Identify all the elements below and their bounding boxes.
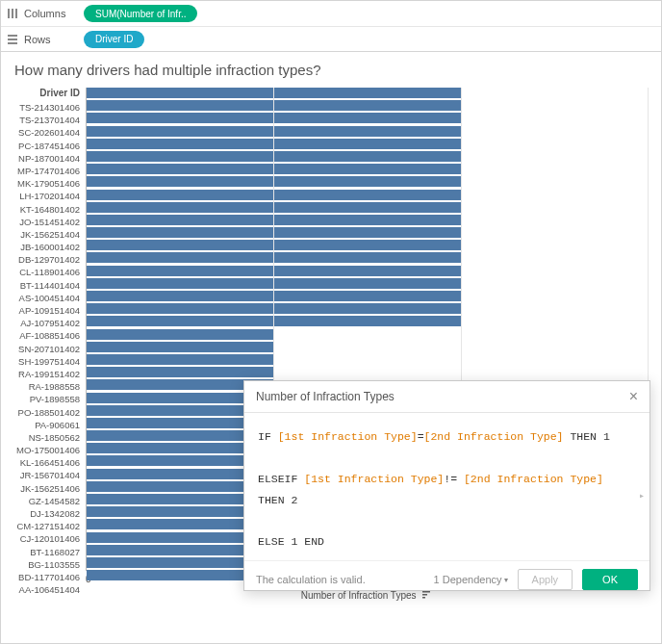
y-tick-label: PO-188501402 bbox=[14, 406, 80, 419]
y-tick-label: BT-114401404 bbox=[14, 279, 80, 292]
calculation-editor: Number of Infraction Types × IF [1st Inf… bbox=[243, 380, 650, 591]
svg-rect-5 bbox=[8, 42, 17, 44]
y-tick-label: JO-151451402 bbox=[14, 216, 80, 228]
y-tick-label: KL-166451406 bbox=[14, 456, 80, 469]
y-tick-label: DB-129701402 bbox=[14, 253, 80, 266]
y-tick-label: CL-118901406 bbox=[14, 266, 80, 278]
y-tick-label: GZ-1454582 bbox=[14, 495, 80, 507]
y-tick-label: TS-214301406 bbox=[14, 101, 80, 114]
svg-rect-2 bbox=[15, 9, 17, 18]
columns-pill[interactable]: SUM(Number of Infr.. bbox=[84, 5, 197, 22]
expand-caret-icon[interactable]: ▸ bbox=[639, 487, 645, 505]
calc-status: The calculation is valid. bbox=[256, 574, 424, 585]
bar[interactable] bbox=[87, 367, 273, 377]
columns-shelf[interactable]: Columns SUM(Number of Infr.. bbox=[1, 1, 661, 26]
close-icon[interactable]: × bbox=[629, 389, 638, 404]
calc-title[interactable]: Number of Infraction Types bbox=[256, 390, 395, 403]
y-tick-label: NP-187001404 bbox=[14, 152, 80, 165]
y-tick-label: DJ-1342082 bbox=[14, 507, 80, 520]
svg-rect-1 bbox=[12, 9, 13, 18]
y-tick-label: AS-100451404 bbox=[14, 292, 80, 304]
y-tick-label: NS-1850562 bbox=[14, 431, 80, 444]
y-tick-label: AF-108851406 bbox=[14, 329, 80, 342]
y-tick-label: BT-1168027 bbox=[14, 546, 80, 558]
y-tick-label: MP-174701406 bbox=[14, 165, 80, 177]
y-tick-label: CJ-120101406 bbox=[14, 532, 80, 545]
viz-title: How many drivers had multiple infraction… bbox=[14, 62, 648, 78]
y-tick-label: JB-160001402 bbox=[14, 241, 80, 253]
y-tick-label: JK-156251406 bbox=[14, 482, 80, 495]
columns-icon bbox=[7, 8, 18, 19]
y-tick-label: PV-1898558 bbox=[14, 393, 80, 405]
rows-shelf[interactable]: Rows Driver ID bbox=[1, 26, 661, 51]
y-tick-label: AJ-107951402 bbox=[14, 317, 80, 329]
y-axis-header: Driver ID bbox=[14, 88, 80, 101]
apply-button[interactable]: Apply bbox=[518, 569, 573, 590]
y-tick-label: RA-199151402 bbox=[14, 368, 80, 380]
y-tick-label: JK-156251404 bbox=[14, 228, 80, 241]
y-tick-label: BD-117701406 bbox=[14, 571, 80, 583]
y-tick-label: SC-202601404 bbox=[14, 126, 80, 139]
y-tick-label: BG-1103555 bbox=[14, 558, 80, 571]
y-tick-label: KT-164801402 bbox=[14, 203, 80, 216]
dependency-dropdown[interactable]: 1 Dependency▾ bbox=[434, 574, 508, 585]
y-tick-label: AP-109151404 bbox=[14, 304, 80, 317]
svg-rect-3 bbox=[8, 35, 17, 37]
ok-button[interactable]: OK bbox=[582, 569, 638, 590]
columns-label: Columns bbox=[24, 8, 84, 19]
y-tick-label: MK-179051406 bbox=[14, 177, 80, 190]
y-tick-label: PA-906061 bbox=[14, 419, 80, 431]
shelves: Columns SUM(Number of Infr.. Rows Driver… bbox=[1, 1, 661, 52]
calc-formula-body[interactable]: IF [1st Infraction Type]=[2nd Infraction… bbox=[244, 413, 649, 560]
y-tick-label: TS-213701404 bbox=[14, 114, 80, 126]
rows-pill[interactable]: Driver ID bbox=[84, 31, 144, 48]
rows-icon bbox=[7, 34, 18, 45]
y-tick-label: MO-175001406 bbox=[14, 444, 80, 456]
bar[interactable] bbox=[87, 354, 273, 365]
rows-label: Rows bbox=[24, 34, 84, 45]
y-tick-label: CM-127151402 bbox=[14, 520, 80, 532]
y-tick-label: PC-187451406 bbox=[14, 140, 80, 152]
y-axis: Driver ID TS-214301406TS-213701404SC-202… bbox=[14, 88, 86, 602]
y-tick-label: RA-1988558 bbox=[14, 380, 80, 393]
svg-rect-0 bbox=[8, 9, 10, 18]
y-tick-label: LH-170201404 bbox=[14, 190, 80, 202]
y-tick-label: SN-207101402 bbox=[14, 343, 80, 355]
y-tick-label: JR-156701404 bbox=[14, 469, 80, 481]
bar[interactable] bbox=[87, 329, 273, 340]
y-tick-label: AA-106451404 bbox=[14, 583, 80, 596]
chevron-down-icon: ▾ bbox=[504, 576, 508, 584]
bar[interactable] bbox=[87, 342, 273, 352]
svg-rect-4 bbox=[8, 39, 17, 40]
y-tick-label: SH-199751404 bbox=[14, 355, 80, 368]
